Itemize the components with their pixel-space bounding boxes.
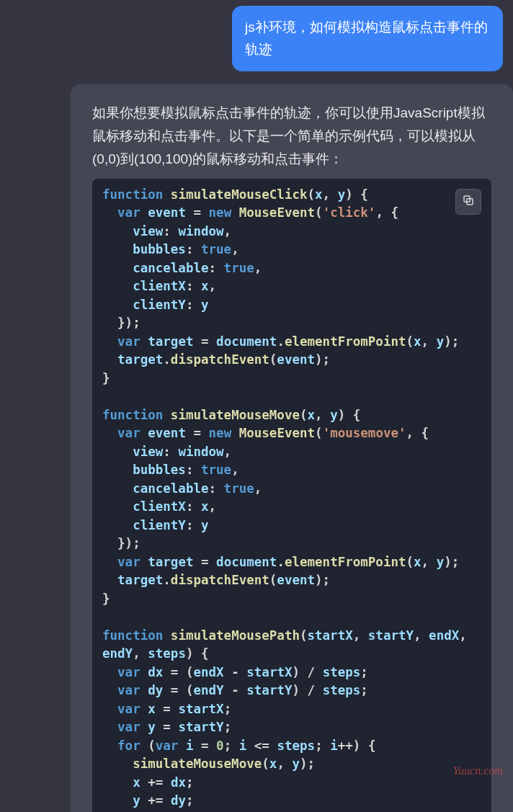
user-message-text: js补环境，如何模拟构造鼠标点击事件的轨迹: [245, 19, 488, 57]
assistant-message-row: 如果你想要模拟鼠标点击事件的轨迹，你可以使用JavaScript模拟鼠标移动和点…: [71, 84, 513, 812]
copy-code-button[interactable]: [455, 189, 481, 215]
user-message-bubble: js补环境，如何模拟构造鼠标点击事件的轨迹: [232, 6, 503, 71]
user-message-row: js补环境，如何模拟构造鼠标点击事件的轨迹: [0, 0, 513, 84]
code-content[interactable]: function simulateMouseClick(x, y) { var …: [92, 179, 491, 812]
copy-icon: [462, 194, 475, 210]
code-block: function simulateMouseClick(x, y) { var …: [92, 179, 491, 812]
assistant-intro-text: 如果你想要模拟鼠标点击事件的轨迹，你可以使用JavaScript模拟鼠标移动和点…: [92, 102, 491, 171]
chat-area: js补环境，如何模拟构造鼠标点击事件的轨迹 如果你想要模拟鼠标点击事件的轨迹，你…: [0, 0, 513, 812]
